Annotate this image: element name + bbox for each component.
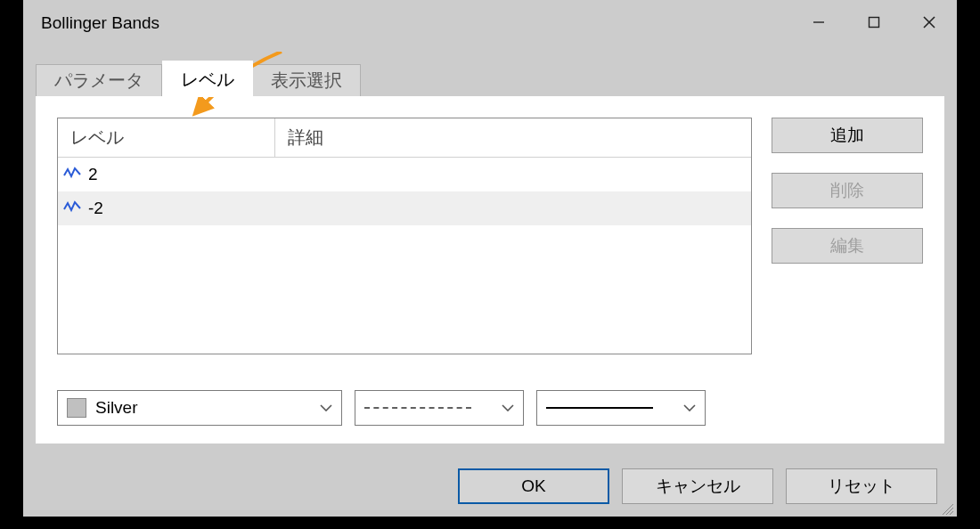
- edit-button[interactable]: 編集: [772, 228, 923, 264]
- resize-grip-icon[interactable]: [939, 501, 953, 515]
- line-width-combo[interactable]: [536, 390, 706, 426]
- svg-rect-1: [870, 18, 879, 28]
- solid-line-icon: [546, 407, 653, 409]
- tab-panel-levels: レベル 詳細 2: [36, 96, 944, 444]
- line-style-combo[interactable]: [355, 390, 524, 426]
- level-line-icon: [63, 167, 81, 183]
- svg-line-3: [924, 17, 935, 28]
- color-swatch-icon: [67, 398, 86, 418]
- svg-line-6: [950, 511, 953, 515]
- delete-button[interactable]: 削除: [772, 173, 923, 208]
- side-buttons: 追加 削除 編集: [772, 118, 923, 354]
- window-title: Bollinger Bands: [41, 13, 159, 33]
- minimize-button[interactable]: [791, 0, 846, 45]
- levels-table[interactable]: レベル 詳細 2: [57, 118, 752, 354]
- cancel-button[interactable]: キャンセル: [622, 468, 773, 504]
- level-value: 2: [88, 165, 98, 184]
- chevron-down-icon: [502, 404, 514, 411]
- add-button[interactable]: 追加: [772, 118, 923, 153]
- tab-display[interactable]: 表示選択: [253, 64, 361, 96]
- chevron-down-icon: [683, 404, 696, 411]
- dashed-line-icon: [364, 407, 471, 409]
- footer-buttons: OK キャンセル リセット: [458, 468, 937, 504]
- title-bar: Bollinger Bands: [23, 0, 957, 45]
- ok-button[interactable]: OK: [458, 468, 609, 504]
- style-row: Silver: [57, 390, 706, 426]
- chevron-down-icon: [320, 404, 332, 411]
- svg-line-5: [946, 508, 953, 515]
- line-color-combo[interactable]: Silver: [57, 390, 342, 426]
- reset-button[interactable]: リセット: [786, 468, 937, 504]
- level-value: -2: [88, 199, 103, 218]
- column-header-level[interactable]: レベル: [58, 118, 275, 158]
- level-line-icon: [63, 200, 81, 216]
- table-row[interactable]: 2: [58, 158, 751, 191]
- column-header-detail[interactable]: 詳細: [275, 118, 751, 158]
- tab-strip: パラメータ レベル 表示選択: [36, 62, 361, 96]
- svg-line-2: [924, 17, 935, 28]
- tab-parameters[interactable]: パラメータ: [36, 64, 162, 96]
- table-row[interactable]: -2: [58, 191, 751, 225]
- close-button[interactable]: [902, 0, 957, 45]
- maximize-button[interactable]: [846, 0, 902, 45]
- dialog-window: Bollinger Bands パラメータ レベル 表示選択 レベル 詳細: [23, 0, 957, 517]
- color-name: Silver: [95, 398, 138, 418]
- client-area: パラメータ レベル 表示選択 レベル 詳細 2: [23, 45, 957, 517]
- tab-levels[interactable]: レベル: [162, 61, 253, 97]
